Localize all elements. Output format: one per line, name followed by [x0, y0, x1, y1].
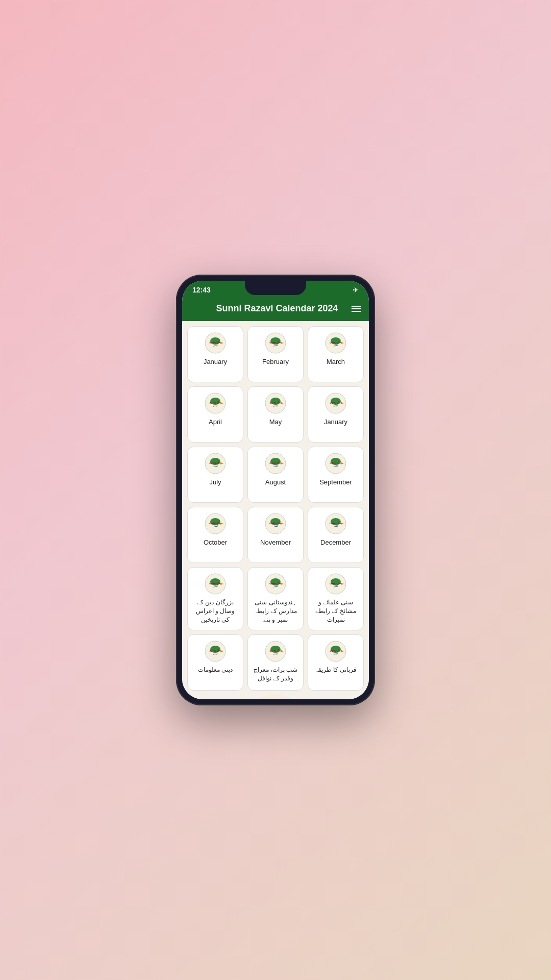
- grid-cell-august[interactable]: سال رضوی کیلنڈر August: [247, 447, 304, 503]
- header-title: Sunni Razavi Calendar 2024: [203, 303, 352, 314]
- svg-text:سال رضوی: سال رضوی: [269, 649, 282, 652]
- cell-label-october: October: [204, 538, 227, 547]
- grid-cell-deeni[interactable]: سال رضوی کیلنڈر دینی معلومات: [187, 634, 243, 691]
- logo-badge: سال رضوی کیلنڈر: [204, 640, 227, 663]
- svg-text:سال رضوی: سال رضوی: [330, 401, 342, 404]
- cell-label-september: September: [319, 478, 352, 487]
- cell-label-may: May: [269, 418, 282, 427]
- grid-cell-september[interactable]: سال رضوی کیلنڈر September: [308, 447, 364, 503]
- svg-text:کیلنڈر: کیلنڈر: [273, 464, 278, 467]
- grid-cell-march[interactable]: سال رضوی کیلنڈر March: [308, 326, 364, 382]
- cell-label-november: November: [260, 538, 291, 547]
- logo-badge: سال رضوی کیلنڈر: [324, 332, 347, 354]
- grid-cell-october[interactable]: سال رضوی کیلنڈر October: [187, 507, 243, 563]
- logo-badge: سال رضوی کیلنڈر: [204, 512, 227, 535]
- svg-text:سال رضوی: سال رضوی: [269, 461, 282, 464]
- svg-text:کیلنڈر: کیلنڈر: [273, 585, 278, 587]
- svg-text:کیلنڈر: کیلنڈر: [213, 585, 218, 587]
- logo-badge: سال رضوی کیلنڈر: [264, 392, 287, 414]
- svg-text:کیلنڈر: کیلنڈر: [333, 652, 338, 655]
- svg-text:کیلنڈر: کیلنڈر: [333, 525, 338, 527]
- svg-text:سال رضوی: سال رضوی: [269, 521, 282, 525]
- grid-cell-qurbani[interactable]: سال رضوی کیلنڈر قربانی کا طریقہ: [308, 634, 364, 691]
- svg-text:کیلنڈر: کیلنڈر: [333, 464, 338, 467]
- logo-badge: سال رضوی کیلنڈر: [264, 512, 287, 535]
- svg-text:سال رضوی: سال رضوی: [209, 340, 221, 344]
- status-icons: ✈: [353, 286, 359, 294]
- grid-cell-april[interactable]: سال رضوی کیلنڈر April: [187, 386, 243, 443]
- notch: [245, 281, 306, 295]
- grid-cell-february[interactable]: سال رضوی کیلنڈر February: [247, 326, 304, 382]
- grid-cell-buzurgan[interactable]: سال رضوی کیلنڈر بزرگان دین کے وصال و اعر…: [187, 567, 243, 630]
- svg-text:سال رضوی: سال رضوی: [330, 581, 342, 585]
- logo-badge: سال رضوی کیلنڈر: [264, 452, 287, 475]
- grid-cell-june[interactable]: سال رضوی کیلنڈر January: [308, 386, 364, 443]
- svg-text:سال رضوی: سال رضوی: [269, 581, 282, 585]
- svg-text:کیلنڈر: کیلنڈر: [213, 652, 218, 655]
- cell-label-buzurgan: بزرگان دین کے وصال و اعراس کی تاریخیں: [192, 598, 239, 624]
- logo-badge: سال رضوی کیلنڈر: [204, 392, 227, 414]
- logo-badge: سال رضوی کیلنڈر: [264, 573, 287, 595]
- cell-label-february: February: [262, 357, 289, 366]
- logo-badge: سال رضوی کیلنڈر: [324, 640, 347, 663]
- svg-text:سال رضوی: سال رضوی: [269, 401, 282, 404]
- phone-screen: 12:43 ✈ Sunni Razavi Calendar 2024: [182, 281, 369, 699]
- logo-badge: سال رضوی کیلنڈر: [264, 332, 287, 354]
- cell-label-april: April: [209, 418, 222, 427]
- grid-cell-december[interactable]: سال رضوی کیلنڈر December: [308, 507, 364, 563]
- svg-text:کیلنڈر: کیلنڈر: [213, 404, 218, 407]
- svg-text:کیلنڈر: کیلنڈر: [333, 585, 338, 587]
- svg-text:کیلنڈر: کیلنڈر: [333, 404, 338, 407]
- svg-text:کیلنڈر: کیلنڈر: [273, 404, 278, 407]
- svg-text:سال رضوی: سال رضوی: [330, 461, 342, 464]
- grid-cell-may[interactable]: سال رضوی کیلنڈر May: [247, 386, 304, 443]
- menu-button[interactable]: [352, 306, 361, 312]
- svg-text:سال رضوی: سال رضوی: [209, 521, 221, 525]
- svg-text:کیلنڈر: کیلنڈر: [213, 464, 218, 467]
- svg-text:کیلنڈر: کیلنڈر: [273, 652, 278, 655]
- cell-label-deeni: دینی معلومات: [198, 666, 233, 674]
- grid-cell-madaris[interactable]: سال رضوی کیلنڈر ہندوستانی سنی مدارس کے ر…: [247, 567, 304, 630]
- cell-label-march: March: [327, 357, 345, 366]
- logo-badge: سال رضوی کیلنڈر: [324, 392, 347, 414]
- cell-label-shab: شب برات، معراج وقدر کے نوافل: [252, 666, 299, 683]
- logo-badge: سال رضوی کیلنڈر: [324, 573, 347, 595]
- cell-label-january: January: [204, 357, 227, 366]
- svg-text:سال رضوی: سال رضوی: [209, 461, 221, 464]
- calendar-grid: سال رضوی کیلنڈر January سال رضوی کیلنڈر …: [187, 326, 364, 691]
- svg-text:کیلنڈر: کیلنڈر: [213, 344, 218, 347]
- grid-cell-ulema[interactable]: سال رضوی کیلنڈر سنی علمائے و مشائخ کے را…: [308, 567, 364, 630]
- content-area: سال رضوی کیلنڈر January سال رضوی کیلنڈر …: [182, 321, 369, 699]
- status-time: 12:43: [192, 286, 211, 294]
- svg-text:سال رضوی: سال رضوی: [209, 401, 221, 404]
- grid-cell-shab[interactable]: سال رضوی کیلنڈر شب برات، معراج وقدر کے ن…: [247, 634, 304, 691]
- svg-text:سال رضوی: سال رضوی: [330, 340, 342, 344]
- svg-text:سال رضوی: سال رضوی: [209, 649, 221, 652]
- grid-cell-november[interactable]: سال رضوی کیلنڈر November: [247, 507, 304, 563]
- cloud-shape: [255, 695, 296, 699]
- logo-badge: سال رضوی کیلنڈر: [324, 452, 347, 475]
- cell-label-july: July: [209, 478, 221, 487]
- airplane-icon: ✈: [353, 286, 359, 294]
- grid-cell-july[interactable]: سال رضوی کیلنڈر July: [187, 447, 243, 503]
- phone-frame: 12:43 ✈ Sunni Razavi Calendar 2024: [176, 275, 375, 705]
- svg-text:کیلنڈر: کیلنڈر: [273, 525, 278, 527]
- svg-text:سال رضوی: سال رضوی: [269, 340, 282, 344]
- cell-label-ulema: سنی علمائے و مشائخ کے رابطے نمبرات: [312, 598, 359, 624]
- logo-badge: سال رضوی کیلنڈر: [204, 332, 227, 354]
- svg-text:سال رضوی: سال رضوی: [330, 649, 342, 652]
- svg-text:سال رضوی: سال رضوی: [209, 581, 221, 585]
- cell-label-august: August: [265, 478, 286, 487]
- svg-text:سال رضوی: سال رضوی: [330, 521, 342, 525]
- cloud-decoration: [187, 691, 364, 699]
- logo-badge: سال رضوی کیلنڈر: [204, 573, 227, 595]
- cell-label-june: January: [324, 418, 347, 427]
- logo-badge: سال رضوی کیلنڈر: [324, 512, 347, 535]
- cell-label-madaris: ہندوستانی سنی مدارس کے رابطہ نمبر و پتے: [252, 598, 299, 624]
- svg-text:کیلنڈر: کیلنڈر: [333, 344, 338, 347]
- grid-cell-january[interactable]: سال رضوی کیلنڈر January: [187, 326, 243, 382]
- svg-text:کیلنڈر: کیلنڈر: [273, 344, 278, 347]
- logo-badge: سال رضوی کیلنڈر: [264, 640, 287, 663]
- svg-text:کیلنڈر: کیلنڈر: [213, 525, 218, 527]
- logo-badge: سال رضوی کیلنڈر: [204, 452, 227, 475]
